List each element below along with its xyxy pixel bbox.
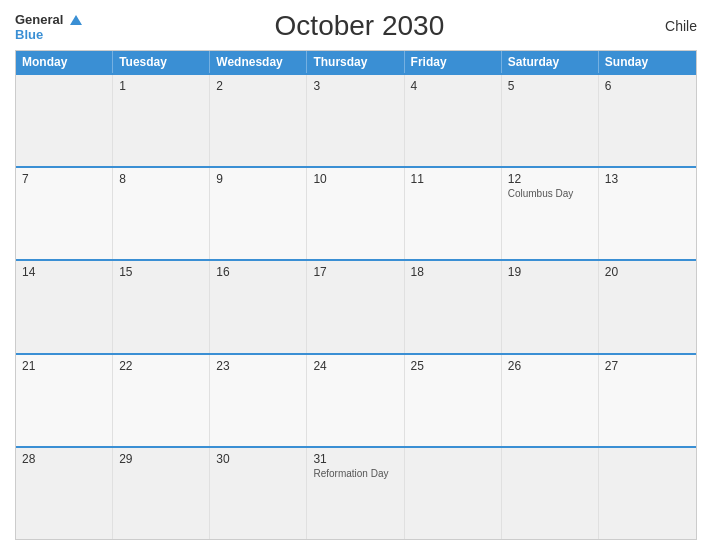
calendar-row-3: 21222324252627 xyxy=(16,353,696,446)
day-number: 9 xyxy=(216,172,300,186)
calendar-cell: 24 xyxy=(307,355,404,446)
day-number: 12 xyxy=(508,172,592,186)
day-of-week-monday: Monday xyxy=(16,51,113,73)
calendar-row-4: 28293031Reformation Day xyxy=(16,446,696,539)
calendar-cell xyxy=(599,448,696,539)
day-number: 27 xyxy=(605,359,690,373)
day-of-week-friday: Friday xyxy=(405,51,502,73)
header: General Blue October 2030 Chile xyxy=(15,10,697,42)
day-number: 31 xyxy=(313,452,397,466)
day-number: 23 xyxy=(216,359,300,373)
calendar-cell: 21 xyxy=(16,355,113,446)
day-number: 29 xyxy=(119,452,203,466)
day-number: 8 xyxy=(119,172,203,186)
day-number: 20 xyxy=(605,265,690,279)
calendar-cell: 29 xyxy=(113,448,210,539)
page: General Blue October 2030 Chile MondayTu… xyxy=(0,0,712,550)
calendar-cell: 19 xyxy=(502,261,599,352)
day-of-week-sunday: Sunday xyxy=(599,51,696,73)
calendar-cell: 30 xyxy=(210,448,307,539)
calendar-cell: 7 xyxy=(16,168,113,259)
calendar-cell: 8 xyxy=(113,168,210,259)
day-of-week-saturday: Saturday xyxy=(502,51,599,73)
calendar-cell: 14 xyxy=(16,261,113,352)
day-number: 15 xyxy=(119,265,203,279)
calendar-cell: 25 xyxy=(405,355,502,446)
day-number: 2 xyxy=(216,79,300,93)
day-number: 16 xyxy=(216,265,300,279)
day-number: 21 xyxy=(22,359,106,373)
calendar-cell: 10 xyxy=(307,168,404,259)
logo-triangle-icon xyxy=(70,15,82,25)
day-number: 3 xyxy=(313,79,397,93)
day-number: 28 xyxy=(22,452,106,466)
calendar-body: 123456789101112Columbus Day1314151617181… xyxy=(16,73,696,539)
calendar-header: MondayTuesdayWednesdayThursdayFridaySatu… xyxy=(16,51,696,73)
calendar-cell: 1 xyxy=(113,75,210,166)
calendar-cell: 22 xyxy=(113,355,210,446)
country-label: Chile xyxy=(637,18,697,34)
calendar-cell: 12Columbus Day xyxy=(502,168,599,259)
day-number: 13 xyxy=(605,172,690,186)
calendar-cell: 27 xyxy=(599,355,696,446)
calendar-row-2: 14151617181920 xyxy=(16,259,696,352)
day-number: 22 xyxy=(119,359,203,373)
calendar-cell: 13 xyxy=(599,168,696,259)
day-number: 5 xyxy=(508,79,592,93)
calendar-cell: 5 xyxy=(502,75,599,166)
calendar-cell: 11 xyxy=(405,168,502,259)
calendar-cell: 16 xyxy=(210,261,307,352)
calendar-cell: 28 xyxy=(16,448,113,539)
day-number: 26 xyxy=(508,359,592,373)
calendar-cell xyxy=(405,448,502,539)
day-number: 14 xyxy=(22,265,106,279)
day-of-week-thursday: Thursday xyxy=(307,51,404,73)
day-number: 11 xyxy=(411,172,495,186)
calendar-title: October 2030 xyxy=(82,10,637,42)
calendar-cell: 26 xyxy=(502,355,599,446)
calendar: MondayTuesdayWednesdayThursdayFridaySatu… xyxy=(15,50,697,540)
day-of-week-tuesday: Tuesday xyxy=(113,51,210,73)
logo-blue: Blue xyxy=(15,28,82,42)
calendar-cell: 31Reformation Day xyxy=(307,448,404,539)
calendar-cell: 9 xyxy=(210,168,307,259)
calendar-cell xyxy=(502,448,599,539)
day-number: 25 xyxy=(411,359,495,373)
day-number: 1 xyxy=(119,79,203,93)
logo: General Blue xyxy=(15,10,82,42)
calendar-cell xyxy=(16,75,113,166)
calendar-cell: 23 xyxy=(210,355,307,446)
day-number: 7 xyxy=(22,172,106,186)
day-event: Reformation Day xyxy=(313,468,397,479)
day-of-week-wednesday: Wednesday xyxy=(210,51,307,73)
calendar-row-0: 123456 xyxy=(16,73,696,166)
day-event: Columbus Day xyxy=(508,188,592,199)
day-number: 6 xyxy=(605,79,690,93)
calendar-row-1: 789101112Columbus Day13 xyxy=(16,166,696,259)
day-number: 10 xyxy=(313,172,397,186)
calendar-cell: 17 xyxy=(307,261,404,352)
day-number: 17 xyxy=(313,265,397,279)
calendar-cell: 18 xyxy=(405,261,502,352)
calendar-cell: 4 xyxy=(405,75,502,166)
calendar-cell: 3 xyxy=(307,75,404,166)
logo-general: General xyxy=(15,10,82,28)
calendar-cell: 20 xyxy=(599,261,696,352)
day-number: 4 xyxy=(411,79,495,93)
day-number: 30 xyxy=(216,452,300,466)
day-number: 19 xyxy=(508,265,592,279)
day-number: 18 xyxy=(411,265,495,279)
calendar-cell: 6 xyxy=(599,75,696,166)
calendar-cell: 2 xyxy=(210,75,307,166)
calendar-cell: 15 xyxy=(113,261,210,352)
day-number: 24 xyxy=(313,359,397,373)
